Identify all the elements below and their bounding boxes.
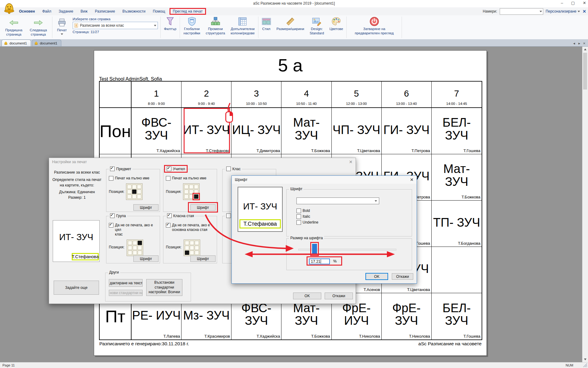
position-grid-cell[interactable] <box>127 190 132 194</box>
position-grid-cell[interactable] <box>189 185 193 189</box>
ribbon-tab-Задание[interactable]: Задание <box>55 8 76 14</box>
teacher-print-full-checkbox[interactable] <box>166 176 170 181</box>
change-structure-button[interactable]: Промени структурата <box>203 15 228 39</box>
lesson-cell[interactable]: ЧП- ЗУЧТ.Цветанова <box>332 108 382 154</box>
subject-print-full-row[interactable]: Печат на пълно име <box>109 176 149 181</box>
position-grid-cell[interactable] <box>194 194 198 199</box>
underline-row[interactable]: Underline <box>296 220 318 225</box>
position-grid-cell[interactable] <box>138 251 142 255</box>
global-settings-button[interactable]: Глобални настройки <box>181 15 203 39</box>
restore-defaults-button[interactable]: Възстанови стандартни настройки: Всички <box>146 279 182 296</box>
position-grid-cell[interactable] <box>190 241 194 245</box>
position-grid-cell[interactable] <box>128 251 132 255</box>
subject-print-full-checkbox[interactable] <box>109 176 113 181</box>
tab-scroll-right-icon[interactable]: ► <box>578 42 581 45</box>
ribbon-tab-Разписание[interactable]: Разписание <box>92 8 118 14</box>
bold-row[interactable]: Bold <box>296 209 310 213</box>
position-grid-cell[interactable] <box>185 241 189 245</box>
subject-position-grid[interactable] <box>126 183 143 200</box>
lesson-cell[interactable]: ТП- ЗУЧТ.Богданова <box>432 201 482 247</box>
position-grid-cell[interactable] <box>128 241 132 245</box>
lesson-cell[interactable]: БЕЛ- ЗУЧТ.Гошева <box>432 293 482 339</box>
classroom-position-grid[interactable] <box>184 240 200 256</box>
position-grid-cell[interactable] <box>132 185 136 189</box>
print-dialog-cancel-button[interactable]: Откажи <box>325 293 353 299</box>
classroom-note-checkbox[interactable] <box>166 223 170 228</box>
position-grid-cell[interactable] <box>133 246 137 250</box>
group-position-grid[interactable] <box>127 240 143 256</box>
find-input[interactable] <box>500 8 543 15</box>
lesson-cell[interactable]: ГИ- ЗУЧТ.Петрова <box>382 108 432 154</box>
lesson-cell[interactable] <box>432 247 482 293</box>
teacher-checkbox[interactable] <box>167 167 171 171</box>
close-icon[interactable]: ✕ <box>410 177 414 182</box>
ribbon-tab-Основен[interactable]: Основен <box>16 8 38 14</box>
position-grid-cell[interactable] <box>138 241 142 245</box>
teacher-print-full-row[interactable]: Печат на пълно име <box>166 176 206 181</box>
position-grid-cell[interactable] <box>185 246 189 250</box>
ribbon-tab-Помощ[interactable]: Помощ <box>150 8 168 14</box>
close-button[interactable]: ✕ <box>583 1 586 5</box>
lesson-cell[interactable]: ИЦ- ЗУЧТ.Димитрова <box>231 108 281 154</box>
class-group-header[interactable]: Клас <box>225 167 242 171</box>
style-button[interactable]: Стил <box>259 15 274 39</box>
position-grid-cell[interactable] <box>132 190 136 194</box>
scrollbar-thumb[interactable] <box>583 53 587 90</box>
position-grid-cell[interactable] <box>137 185 141 189</box>
maximize-button[interactable]: ▢ <box>571 1 575 5</box>
teacher-position-grid[interactable] <box>183 183 200 200</box>
classroom-font-button[interactable]: Шрифт <box>190 255 216 262</box>
teacher-group-header-redbox[interactable]: Учител <box>164 165 188 173</box>
font-size-input[interactable]: 17.21 <box>309 259 330 264</box>
dialog-title-bar[interactable]: Шрифт ✕ <box>232 176 417 184</box>
position-grid-cell[interactable] <box>138 246 142 250</box>
lesson-cell[interactable]: ИТ- ЗУЧТ.Стефанова <box>181 108 231 154</box>
position-grid-cell[interactable] <box>127 185 132 189</box>
ribbon-tab-Виж[interactable]: Виж <box>78 8 91 14</box>
position-grid-cell[interactable] <box>190 251 194 255</box>
extra-group-header[interactable] <box>225 213 232 218</box>
print-dialog-ok-button[interactable]: OK <box>293 293 321 299</box>
ribbon-tab-Файл[interactable]: Файл <box>39 8 55 14</box>
next-page-button[interactable]: Следваща страница <box>27 17 50 39</box>
italic-checkbox[interactable] <box>296 214 301 219</box>
minimize-button[interactable]: – <box>561 1 563 5</box>
position-grid-cell[interactable] <box>184 190 189 194</box>
position-grid-cell[interactable] <box>127 194 132 199</box>
position-grid-cell[interactable] <box>189 190 193 194</box>
close-find-icon[interactable]: ✕ <box>582 9 586 14</box>
dialog-title-bar[interactable]: Настройки за печат ✕ <box>49 158 356 166</box>
chevron-down-icon[interactable] <box>540 11 542 12</box>
personalize-menu[interactable]: Персонализиране <box>546 9 580 13</box>
underline-checkbox[interactable] <box>296 220 301 225</box>
lesson-cell[interactable]: Мат- ЗУЧТ.Божкова <box>281 108 331 154</box>
report-combobox[interactable]: Разписание за всеки клас <box>73 22 158 29</box>
position-grid-cell[interactable] <box>133 251 137 255</box>
ribbon-tab-Възможности[interactable]: Възможности <box>119 8 148 14</box>
position-grid-cell[interactable] <box>137 190 141 194</box>
extra-checkbox[interactable] <box>226 213 231 218</box>
font-family-combobox[interactable] <box>296 197 379 204</box>
scroll-up-icon[interactable] <box>584 48 586 50</box>
font-dialog-ok-button[interactable]: OK <box>365 273 388 280</box>
position-grid-cell[interactable] <box>184 194 189 199</box>
ribbon-tab-Преглед на печат[interactable]: Преглед на печат <box>170 8 206 15</box>
position-grid-cell[interactable] <box>195 246 199 250</box>
class-checkbox[interactable] <box>226 167 231 171</box>
filter-button[interactable]: Филтър <box>161 15 179 39</box>
close-icon[interactable]: ✕ <box>349 159 353 164</box>
sizes-widths-button[interactable]: Размери/ширини <box>274 15 307 39</box>
classroom-note-row[interactable]: Да не се печата, ако е основна класна ст… <box>166 223 214 232</box>
resize-grip-icon[interactable] <box>583 363 587 367</box>
chevron-down-icon[interactable] <box>154 25 156 26</box>
position-grid-cell[interactable] <box>195 251 199 255</box>
position-grid-cell[interactable] <box>195 241 199 245</box>
position-grid-cell[interactable] <box>185 251 189 255</box>
font-size-slider-handle[interactable] <box>312 244 317 254</box>
classroom-group-header[interactable]: Класна стая <box>166 213 195 218</box>
position-grid-cell[interactable] <box>189 194 193 199</box>
group-group-header[interactable]: Група <box>109 213 127 218</box>
vertical-scrollbar[interactable] <box>582 47 588 362</box>
tab-close-icon[interactable]: ✕ <box>583 42 586 45</box>
document-tab[interactable]: document1 <box>2 40 31 46</box>
